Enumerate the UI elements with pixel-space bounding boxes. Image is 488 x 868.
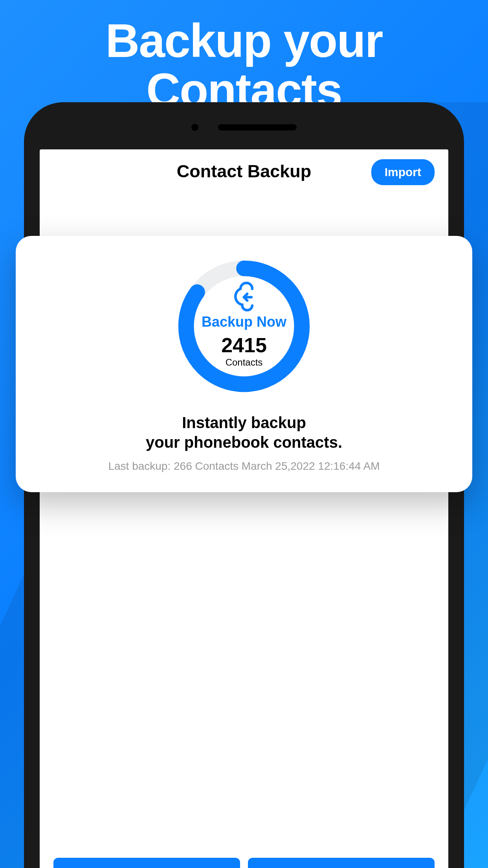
backup-card: Backup Now 2415 Contacts Instantly backu… (16, 236, 472, 492)
app-header: Contact Backup Import (40, 149, 448, 189)
app-title: Contact Backup (177, 161, 312, 182)
last-backup-text: Last backup: 266 Contacts March 25,2022 … (31, 460, 457, 473)
contact-count: 2415 (221, 333, 267, 357)
camera-dot (191, 124, 198, 131)
backup-progress-ring[interactable]: Backup Now 2415 Contacts (177, 259, 311, 393)
stat-grid: Duplicate Number Duplicate Email 7 Dupli… (40, 858, 448, 868)
promo-title: Backup your Contacts (0, 0, 488, 115)
backup-description: Instantly backup your phonebook contacts… (31, 413, 457, 452)
desc-line1: Instantly backup (182, 414, 306, 431)
tile-duplicate-number[interactable]: Duplicate Number (53, 858, 240, 868)
backup-now-label: Backup Now (202, 314, 286, 330)
ring-content: Backup Now 2415 Contacts (177, 259, 311, 393)
desc-line2: your phonebook contacts. (146, 434, 342, 451)
tile-label: Duplicate Number (57, 866, 236, 868)
phone-notch (191, 124, 297, 131)
contacts-unit-label: Contacts (226, 357, 263, 368)
cloud-upload-icon (227, 285, 261, 310)
import-button[interactable]: Import (371, 159, 435, 185)
tile-label: Duplicate Email (252, 866, 431, 868)
speaker-bar (218, 124, 297, 131)
promo-title-line1: Backup your (106, 14, 383, 67)
tile-duplicate-email[interactable]: Duplicate Email (248, 858, 435, 868)
